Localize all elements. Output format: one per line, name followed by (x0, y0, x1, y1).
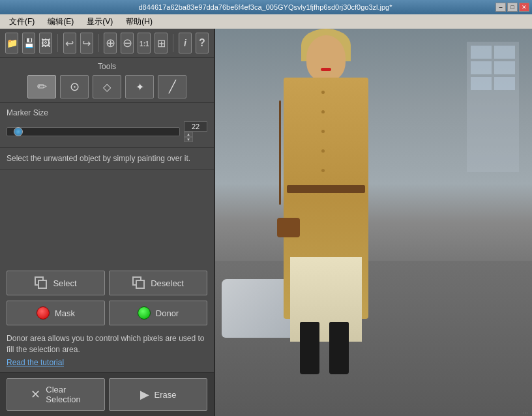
bag (277, 218, 300, 237)
pencil-tool[interactable] (27, 75, 56, 98)
lasso-icon (70, 80, 80, 94)
zoom-out-button[interactable]: ⊖ (121, 33, 134, 53)
spinner-down[interactable]: ▼ (184, 137, 193, 142)
select-icon (35, 276, 48, 290)
help-icon (199, 37, 205, 49)
info-button[interactable] (179, 33, 192, 53)
bag-strap (279, 100, 281, 205)
erase-play-icon: ▶ (140, 387, 149, 402)
tools-section: Tools (0, 58, 214, 103)
select-deselect-row: Select Deselect (0, 265, 214, 301)
wand-icon (136, 81, 144, 93)
erase-label: Erase (155, 390, 177, 400)
donor-label: Donor (156, 308, 179, 318)
belt (287, 185, 365, 193)
zoom-100-button[interactable] (138, 33, 151, 53)
toolbar-separator (57, 34, 58, 52)
menu-help[interactable]: 帮助(H) (119, 15, 159, 29)
undo-button[interactable] (63, 33, 76, 53)
spacer (0, 170, 214, 266)
slider-thumb (14, 127, 23, 136)
main-layout: ⊕ ⊖ ⊞ Tools Marker Size (0, 29, 532, 416)
slider-row: ▲ ▼ (7, 121, 207, 142)
pencil-icon (37, 80, 47, 94)
select-button[interactable]: Select (7, 271, 105, 295)
erase-button[interactable]: ▶ Erase (109, 378, 207, 411)
mask-icon (37, 306, 50, 319)
info-icon (184, 37, 186, 49)
zoom-100-icon (140, 37, 149, 49)
window-title: d844617a62ba83e97dda76be6f4ef3ca_005GYQs… (35, 3, 495, 11)
menu-view[interactable]: 显示(V) (80, 15, 119, 29)
marker-size-slider[interactable] (7, 127, 180, 136)
boot-right (329, 322, 349, 374)
marker-size-input[interactable] (184, 121, 207, 132)
open-icon (7, 37, 18, 49)
open-button[interactable] (5, 33, 18, 53)
info-text: Donor area allows you to control which p… (0, 331, 214, 357)
tools-label: Tools (7, 62, 207, 71)
building (467, 42, 519, 172)
wand-tool[interactable] (125, 75, 154, 98)
head (306, 35, 346, 81)
mask-label: Mask (55, 308, 75, 318)
select-label: Select (53, 278, 76, 288)
status-bar: ... (523, 408, 528, 415)
title-bar: d844617a62ba83e97dda76be6f4ef3ca_005GYQs… (0, 0, 532, 14)
image-icon (41, 37, 50, 49)
right-panel: ... (215, 29, 532, 416)
polygon-icon (103, 81, 111, 93)
clear-x-icon: ✕ (31, 387, 40, 402)
mask-donor-row: Mask Donor (0, 301, 214, 331)
lasso-tool[interactable] (60, 75, 89, 98)
donor-button[interactable]: Donor (109, 301, 207, 325)
line-icon (169, 80, 176, 94)
toolbar: ⊕ ⊖ ⊞ (0, 29, 214, 58)
marker-size-label: Marker Size (7, 108, 207, 117)
donor-icon (138, 306, 151, 319)
save-icon (23, 37, 35, 49)
image-container[interactable] (215, 29, 532, 416)
boot-left (300, 322, 319, 374)
deselect-button[interactable]: Deselect (109, 271, 207, 295)
deselect-label: Deselect (151, 278, 184, 288)
maximize-button[interactable]: □ (507, 3, 518, 12)
slider-value-box: ▲ ▼ (184, 121, 207, 142)
lips (321, 68, 331, 71)
tools-row (7, 75, 207, 98)
image-button[interactable] (39, 33, 52, 53)
photo-display (215, 29, 532, 416)
zoom-in-button[interactable]: ⊕ (104, 33, 117, 53)
toolbar-separator-3 (173, 34, 173, 52)
tutorial-link[interactable]: Read the tutorial (0, 357, 214, 372)
action-row: ✕ Clear Selection ▶ Erase (0, 372, 214, 416)
help-button[interactable] (196, 33, 209, 53)
zoom-fit-button[interactable]: ⊞ (155, 33, 168, 53)
toolbar-separator-2 (98, 34, 99, 52)
close-button[interactable]: ✕ (519, 3, 529, 12)
left-panel: ⊕ ⊖ ⊞ Tools Marker Size (0, 29, 215, 416)
deselect-icon (132, 276, 145, 290)
fashion-figure (274, 35, 378, 381)
save-button[interactable] (22, 33, 35, 53)
line-tool[interactable] (158, 75, 186, 98)
marker-section: Marker Size ▲ ▼ (0, 103, 214, 148)
minimize-button[interactable]: – (495, 3, 506, 12)
clear-selection-button[interactable]: ✕ Clear Selection (7, 378, 105, 411)
instruction-text: Select the unwanted object by simply pai… (0, 148, 214, 170)
menu-edit[interactable]: 编辑(E) (41, 15, 80, 29)
redo-button[interactable] (80, 33, 93, 53)
polygon-tool[interactable] (93, 75, 121, 98)
mask-button[interactable]: Mask (7, 301, 105, 325)
clear-selection-label: Clear Selection (46, 385, 80, 404)
redo-icon (82, 37, 91, 50)
window-controls: – □ ✕ (495, 3, 529, 12)
menu-bar: 文件(F) 编辑(E) 显示(V) 帮助(H) (0, 14, 532, 29)
menu-file[interactable]: 文件(F) (3, 15, 41, 29)
spinner-up[interactable]: ▲ (184, 132, 193, 137)
undo-icon (65, 37, 74, 50)
